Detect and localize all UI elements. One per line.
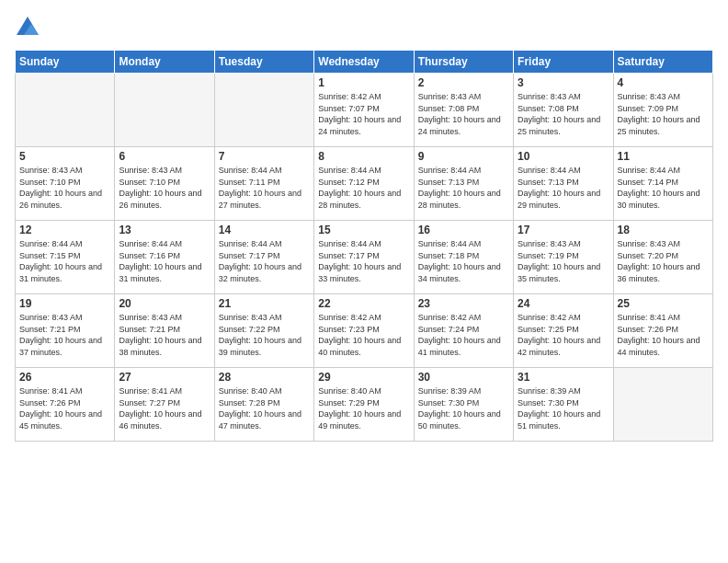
calendar-header-friday: Friday bbox=[514, 51, 613, 74]
calendar-cell: 26Sunrise: 8:41 AM Sunset: 7:26 PM Dayli… bbox=[16, 368, 115, 442]
day-number: 2 bbox=[418, 76, 509, 89]
calendar-cell: 11Sunrise: 8:44 AM Sunset: 7:14 PM Dayli… bbox=[613, 147, 712, 221]
calendar-cell: 8Sunrise: 8:44 AM Sunset: 7:12 PM Daylig… bbox=[314, 147, 414, 221]
calendar-cell: 23Sunrise: 8:42 AM Sunset: 7:24 PM Dayli… bbox=[414, 294, 513, 368]
calendar-cell bbox=[214, 74, 313, 147]
calendar-header-sunday: Sunday bbox=[16, 51, 115, 74]
logo bbox=[15, 15, 44, 40]
day-info: Sunrise: 8:43 AM Sunset: 7:08 PM Dayligh… bbox=[418, 91, 509, 137]
calendar-cell: 6Sunrise: 8:43 AM Sunset: 7:10 PM Daylig… bbox=[115, 147, 214, 221]
day-info: Sunrise: 8:42 AM Sunset: 7:23 PM Dayligh… bbox=[318, 312, 409, 358]
day-info: Sunrise: 8:43 AM Sunset: 7:19 PM Dayligh… bbox=[518, 238, 609, 284]
calendar-cell: 25Sunrise: 8:41 AM Sunset: 7:26 PM Dayli… bbox=[613, 294, 712, 368]
calendar-header-tuesday: Tuesday bbox=[214, 51, 313, 74]
calendar-week-2: 5Sunrise: 8:43 AM Sunset: 7:10 PM Daylig… bbox=[16, 147, 713, 221]
day-info: Sunrise: 8:44 AM Sunset: 7:17 PM Dayligh… bbox=[318, 238, 409, 284]
day-number: 21 bbox=[219, 297, 310, 310]
calendar-table: SundayMondayTuesdayWednesdayThursdayFrid… bbox=[15, 50, 713, 442]
day-info: Sunrise: 8:39 AM Sunset: 7:30 PM Dayligh… bbox=[518, 385, 609, 431]
calendar-week-1: 1Sunrise: 8:42 AM Sunset: 7:07 PM Daylig… bbox=[16, 74, 713, 147]
calendar-cell bbox=[16, 74, 115, 147]
calendar-cell: 15Sunrise: 8:44 AM Sunset: 7:17 PM Dayli… bbox=[314, 221, 414, 294]
day-info: Sunrise: 8:44 AM Sunset: 7:14 PM Dayligh… bbox=[618, 165, 709, 211]
day-number: 27 bbox=[119, 371, 210, 384]
day-info: Sunrise: 8:41 AM Sunset: 7:27 PM Dayligh… bbox=[119, 385, 210, 431]
day-info: Sunrise: 8:43 AM Sunset: 7:08 PM Dayligh… bbox=[518, 91, 609, 137]
calendar-cell: 9Sunrise: 8:44 AM Sunset: 7:13 PM Daylig… bbox=[414, 147, 513, 221]
day-info: Sunrise: 8:43 AM Sunset: 7:20 PM Dayligh… bbox=[618, 238, 709, 284]
calendar-cell: 28Sunrise: 8:40 AM Sunset: 7:28 PM Dayli… bbox=[214, 368, 313, 442]
calendar-cell: 19Sunrise: 8:43 AM Sunset: 7:21 PM Dayli… bbox=[16, 294, 115, 368]
calendar-cell: 17Sunrise: 8:43 AM Sunset: 7:19 PM Dayli… bbox=[514, 221, 613, 294]
calendar-week-5: 26Sunrise: 8:41 AM Sunset: 7:26 PM Dayli… bbox=[16, 368, 713, 442]
day-number: 20 bbox=[119, 297, 210, 310]
calendar-week-3: 12Sunrise: 8:44 AM Sunset: 7:15 PM Dayli… bbox=[16, 221, 713, 294]
calendar-header-monday: Monday bbox=[115, 51, 214, 74]
calendar-cell: 20Sunrise: 8:43 AM Sunset: 7:21 PM Dayli… bbox=[115, 294, 214, 368]
calendar-cell: 31Sunrise: 8:39 AM Sunset: 7:30 PM Dayli… bbox=[514, 368, 613, 442]
calendar-cell: 5Sunrise: 8:43 AM Sunset: 7:10 PM Daylig… bbox=[16, 147, 115, 221]
day-number: 12 bbox=[19, 224, 110, 236]
day-number: 6 bbox=[119, 150, 210, 163]
day-number: 22 bbox=[318, 297, 409, 310]
day-info: Sunrise: 8:44 AM Sunset: 7:17 PM Dayligh… bbox=[219, 238, 310, 284]
calendar-cell: 27Sunrise: 8:41 AM Sunset: 7:27 PM Dayli… bbox=[115, 368, 214, 442]
day-info: Sunrise: 8:44 AM Sunset: 7:13 PM Dayligh… bbox=[418, 165, 509, 211]
calendar-cell: 7Sunrise: 8:44 AM Sunset: 7:11 PM Daylig… bbox=[214, 147, 313, 221]
day-info: Sunrise: 8:43 AM Sunset: 7:10 PM Dayligh… bbox=[119, 165, 210, 211]
calendar-cell bbox=[115, 74, 214, 147]
day-number: 28 bbox=[219, 371, 310, 384]
day-number: 9 bbox=[418, 150, 509, 163]
calendar-cell: 3Sunrise: 8:43 AM Sunset: 7:08 PM Daylig… bbox=[514, 74, 613, 147]
day-number: 30 bbox=[418, 371, 509, 384]
calendar-cell: 14Sunrise: 8:44 AM Sunset: 7:17 PM Dayli… bbox=[214, 221, 313, 294]
calendar-cell: 21Sunrise: 8:43 AM Sunset: 7:22 PM Dayli… bbox=[214, 294, 313, 368]
calendar-header-row: SundayMondayTuesdayWednesdayThursdayFrid… bbox=[16, 51, 713, 74]
day-number: 10 bbox=[518, 150, 609, 163]
calendar-cell: 30Sunrise: 8:39 AM Sunset: 7:30 PM Dayli… bbox=[414, 368, 513, 442]
calendar-cell: 4Sunrise: 8:43 AM Sunset: 7:09 PM Daylig… bbox=[613, 74, 712, 147]
calendar-cell: 2Sunrise: 8:43 AM Sunset: 7:08 PM Daylig… bbox=[414, 74, 513, 147]
day-info: Sunrise: 8:42 AM Sunset: 7:07 PM Dayligh… bbox=[318, 91, 409, 137]
day-info: Sunrise: 8:41 AM Sunset: 7:26 PM Dayligh… bbox=[19, 385, 110, 431]
calendar-cell bbox=[613, 368, 712, 442]
day-number: 25 bbox=[618, 297, 709, 310]
day-number: 1 bbox=[318, 76, 409, 89]
day-number: 26 bbox=[19, 371, 110, 384]
day-number: 24 bbox=[518, 297, 609, 310]
day-number: 23 bbox=[418, 297, 509, 310]
calendar-week-4: 19Sunrise: 8:43 AM Sunset: 7:21 PM Dayli… bbox=[16, 294, 713, 368]
day-number: 14 bbox=[219, 224, 310, 236]
day-info: Sunrise: 8:44 AM Sunset: 7:15 PM Dayligh… bbox=[19, 238, 110, 284]
calendar-cell: 22Sunrise: 8:42 AM Sunset: 7:23 PM Dayli… bbox=[314, 294, 414, 368]
day-info: Sunrise: 8:41 AM Sunset: 7:26 PM Dayligh… bbox=[618, 312, 709, 358]
day-info: Sunrise: 8:43 AM Sunset: 7:09 PM Dayligh… bbox=[618, 91, 709, 137]
day-info: Sunrise: 8:40 AM Sunset: 7:28 PM Dayligh… bbox=[219, 385, 310, 431]
day-number: 29 bbox=[318, 371, 409, 384]
day-info: Sunrise: 8:44 AM Sunset: 7:18 PM Dayligh… bbox=[418, 238, 509, 284]
day-number: 17 bbox=[518, 224, 609, 236]
calendar-cell: 13Sunrise: 8:44 AM Sunset: 7:16 PM Dayli… bbox=[115, 221, 214, 294]
day-number: 16 bbox=[418, 224, 509, 236]
calendar-cell: 18Sunrise: 8:43 AM Sunset: 7:20 PM Dayli… bbox=[613, 221, 712, 294]
day-number: 7 bbox=[219, 150, 310, 163]
day-number: 15 bbox=[318, 224, 409, 236]
day-info: Sunrise: 8:42 AM Sunset: 7:25 PM Dayligh… bbox=[518, 312, 609, 358]
day-number: 4 bbox=[618, 76, 709, 89]
day-info: Sunrise: 8:44 AM Sunset: 7:16 PM Dayligh… bbox=[119, 238, 210, 284]
day-info: Sunrise: 8:43 AM Sunset: 7:22 PM Dayligh… bbox=[219, 312, 310, 358]
day-number: 19 bbox=[19, 297, 110, 310]
calendar-cell: 10Sunrise: 8:44 AM Sunset: 7:13 PM Dayli… bbox=[514, 147, 613, 221]
day-number: 31 bbox=[518, 371, 609, 384]
day-info: Sunrise: 8:40 AM Sunset: 7:29 PM Dayligh… bbox=[318, 385, 409, 431]
day-info: Sunrise: 8:43 AM Sunset: 7:21 PM Dayligh… bbox=[119, 312, 210, 358]
day-info: Sunrise: 8:42 AM Sunset: 7:24 PM Dayligh… bbox=[418, 312, 509, 358]
day-info: Sunrise: 8:44 AM Sunset: 7:13 PM Dayligh… bbox=[518, 165, 609, 211]
calendar-cell: 1Sunrise: 8:42 AM Sunset: 7:07 PM Daylig… bbox=[314, 74, 414, 147]
day-info: Sunrise: 8:44 AM Sunset: 7:11 PM Dayligh… bbox=[219, 165, 310, 211]
calendar-cell: 16Sunrise: 8:44 AM Sunset: 7:18 PM Dayli… bbox=[414, 221, 513, 294]
calendar-cell: 29Sunrise: 8:40 AM Sunset: 7:29 PM Dayli… bbox=[314, 368, 414, 442]
calendar-cell: 24Sunrise: 8:42 AM Sunset: 7:25 PM Dayli… bbox=[514, 294, 613, 368]
header bbox=[15, 15, 713, 40]
calendar-header-saturday: Saturday bbox=[613, 51, 712, 74]
